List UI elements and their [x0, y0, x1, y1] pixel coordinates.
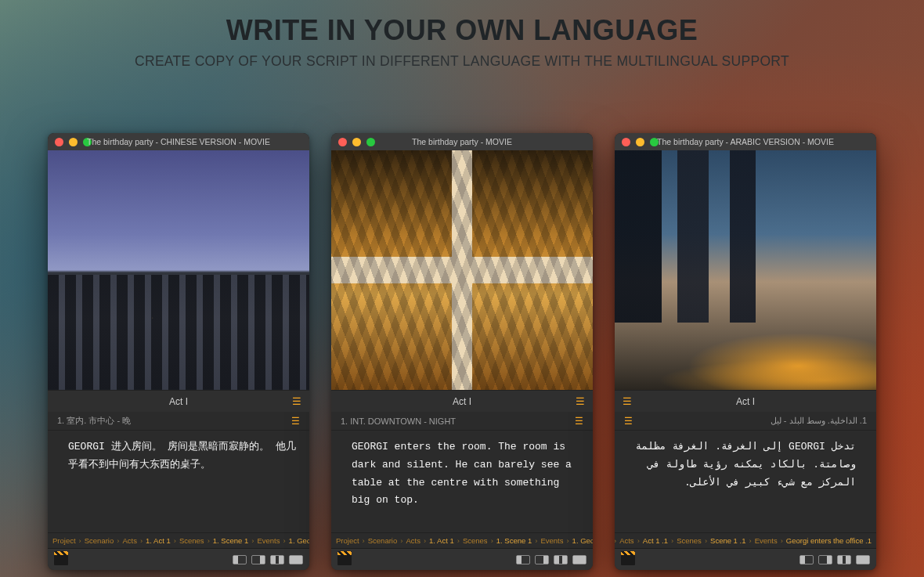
crumb-act1[interactable]: 1. Act 1 [146, 536, 171, 545]
scene-heading-text: 1. الداخلية. وسط البلد - ليل [771, 416, 867, 426]
hero-subtitle: CREATE COPY OF YOUR SCRIPT IN DIFFERENT … [0, 53, 924, 70]
crumb-event1[interactable]: Georgi enters the office .1 [786, 536, 872, 545]
titlebar[interactable]: The birthday party - ARABIC VERSION - MO… [615, 133, 876, 150]
scene-menu-icon[interactable]: ☰ [624, 416, 633, 427]
scene-heading: 1. 室内. 市中心 - 晚 ☰ [48, 412, 309, 431]
scene-heading-text: 1. INT. DOWNTOWN - NIGHT [341, 417, 456, 426]
crumb-scenes[interactable]: Scenes [463, 536, 488, 545]
crumb-scene1[interactable]: Scene 1 .1 [710, 536, 745, 545]
crumb-event1[interactable]: 1. Georgi enters the office [289, 536, 309, 545]
crumb-events[interactable]: Events [540, 536, 563, 545]
crumb-scenes[interactable]: Scenes [179, 536, 204, 545]
layout-split-button[interactable] [837, 555, 851, 564]
crumb-scenario[interactable]: Scenario [85, 536, 114, 545]
breadcrumb: Georgi enters the office .1‹ Events‹ Sce… [615, 532, 876, 548]
crumb-act1[interactable]: 1. Act 1 [429, 536, 454, 545]
minimize-icon[interactable] [69, 138, 78, 146]
act-label: Act I [736, 396, 755, 407]
hero: WRITE IN YOUR OWN LANGUAGE CREATE COPY O… [0, 0, 924, 70]
clapperboard-icon[interactable] [621, 554, 635, 565]
titlebar[interactable]: The birthday party - MOVIE [331, 133, 593, 150]
scene-heading: 1. الداخلية. وسط البلد - ليل ☰ [615, 412, 876, 431]
act-label: Act I [169, 396, 188, 407]
scene-menu-icon[interactable]: ☰ [575, 416, 583, 427]
crumb-acts[interactable]: Acts [122, 536, 136, 545]
act-menu-icon[interactable]: ☰ [576, 395, 585, 407]
layout-right-button[interactable] [818, 555, 832, 564]
act-menu-icon[interactable]: ☰ [623, 395, 632, 407]
close-icon[interactable] [622, 138, 630, 146]
clapperboard-icon[interactable] [337, 554, 352, 565]
layout-right-button[interactable] [251, 555, 265, 564]
zoom-icon[interactable] [366, 138, 375, 146]
act-bar: Act I ☰ [615, 390, 876, 412]
script-body[interactable]: GEORGI 进入房间。 房间是黑暗而寂静的。 他几乎看不到中间有大东西的桌子。 [48, 431, 309, 532]
scene-heading-text: 1. 室内. 市中心 - 晚 [57, 415, 131, 427]
layout-left-button[interactable] [233, 555, 247, 564]
scene-image [48, 150, 309, 390]
bottom-toolbar [615, 548, 876, 570]
minimize-icon[interactable] [636, 138, 644, 146]
layout-split-button[interactable] [554, 555, 568, 564]
crumb-acts[interactable]: Acts [406, 536, 420, 545]
crumb-scene1[interactable]: 1. Scene 1 [496, 536, 532, 545]
scene-image [331, 150, 593, 390]
layout-right-button[interactable] [535, 555, 549, 564]
crumb-act1[interactable]: Act 1 .1 [643, 536, 668, 545]
bottom-toolbar [48, 548, 309, 570]
window-arabic: The birthday party - ARABIC VERSION - MO… [615, 133, 876, 570]
script-body[interactable]: تدخل GEORGI إلى الغرفة. الغرفة مظلمة وصا… [615, 431, 876, 532]
window-english: The birthday party - MOVIE Act I ☰ 1. IN… [331, 133, 593, 570]
crumb-events[interactable]: Events [257, 536, 280, 545]
layout-left-button[interactable] [799, 555, 814, 564]
scene-image [615, 150, 876, 390]
window-stage: The birthday party - CHINESE VERSION - M… [0, 133, 924, 570]
hero-title: WRITE IN YOUR OWN LANGUAGE [0, 14, 924, 47]
crumb-events[interactable]: Events [755, 536, 778, 545]
crumb-scene1[interactable]: 1. Scene 1 [213, 536, 248, 545]
act-menu-icon[interactable]: ☰ [292, 395, 301, 407]
bottom-toolbar [331, 548, 593, 570]
zoom-icon[interactable] [650, 138, 659, 146]
layout-full-button[interactable] [856, 555, 870, 564]
zoom-icon[interactable] [83, 138, 92, 146]
crumb-event1[interactable]: 1. Georgi enters the office [572, 536, 593, 545]
scene-heading: 1. INT. DOWNTOWN - NIGHT ☰ [331, 412, 593, 431]
close-icon[interactable] [338, 138, 347, 146]
layout-left-button[interactable] [516, 555, 530, 564]
crumb-scenario[interactable]: Scenario [368, 536, 398, 545]
scene-menu-icon[interactable]: ☰ [291, 416, 300, 427]
crumb-acts[interactable]: Acts [619, 536, 633, 545]
minimize-icon[interactable] [352, 138, 361, 146]
layout-full-button[interactable] [572, 555, 587, 564]
script-body[interactable]: GEORGI enters the room. The room is dark… [331, 431, 593, 532]
act-bar: Act I ☰ [48, 390, 309, 412]
close-icon[interactable] [55, 138, 63, 146]
clapperboard-icon[interactable] [54, 554, 68, 565]
breadcrumb: Project› Scenario› Acts› 1. Act 1› Scene… [48, 532, 309, 548]
act-bar: Act I ☰ [331, 390, 593, 412]
layout-full-button[interactable] [289, 555, 303, 564]
crumb-project[interactable]: Project [52, 536, 76, 545]
breadcrumb: Project› Scenario› Acts› 1. Act 1› Scene… [331, 532, 593, 548]
titlebar[interactable]: The birthday party - CHINESE VERSION - M… [48, 133, 309, 150]
window-chinese: The birthday party - CHINESE VERSION - M… [48, 133, 309, 570]
crumb-scenes[interactable]: Scenes [677, 536, 702, 545]
crumb-project[interactable]: Project [336, 536, 359, 545]
act-label: Act I [453, 396, 471, 407]
layout-split-button[interactable] [270, 555, 284, 564]
